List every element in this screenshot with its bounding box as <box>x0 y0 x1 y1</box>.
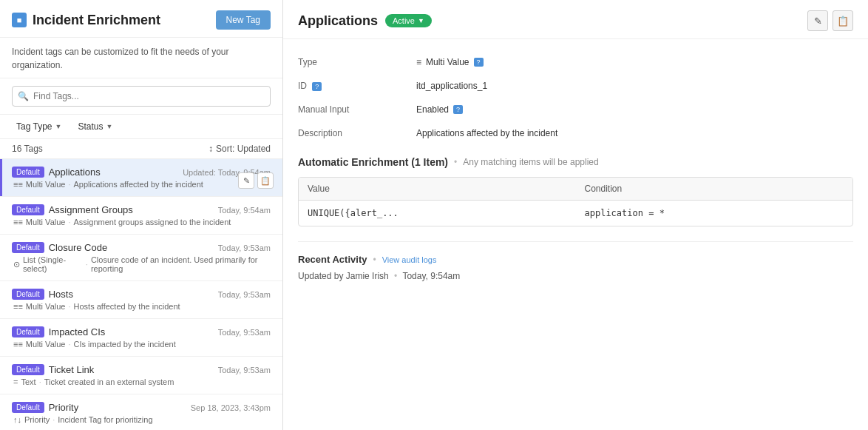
panel-title-group: ■ Incident Enrichment <box>12 13 160 28</box>
enrichment-condition-cell: application = * <box>576 201 853 226</box>
tag-name: Assignment Groups <box>49 204 133 215</box>
tag-timestamp: Today, 9:53am <box>218 290 271 299</box>
tag-edit-button[interactable]: ✎ <box>238 172 254 189</box>
tag-desc: ≡≡ Multi Value · Assignment groups assig… <box>12 218 271 226</box>
enrichment-table-header: Value Condition <box>299 178 852 201</box>
tag-item-header: Default Priority Sep 18, 2023, 3:43pm <box>12 402 271 413</box>
description-value: Applications affected by the incident <box>416 125 853 141</box>
field-grid: Type ≡ Multi Value ? ID ? itd_applicatio… <box>298 54 853 141</box>
tags-header: 16 Tags ↕ Sort: Updated <box>0 139 282 159</box>
search-wrap: 🔍 <box>12 86 271 107</box>
tag-type-label: List (Single-select) <box>23 255 83 273</box>
right-header-actions: ✎ 📋 <box>807 10 853 31</box>
right-panel: Applications Active ▼ ✎ 📋 Type ≡ Multi V… <box>283 0 868 430</box>
active-indicator <box>0 357 2 394</box>
activity-entry: Updated by Jamie Irish • Today, 9:54am <box>298 271 853 281</box>
default-badge: Default <box>12 402 44 413</box>
tag-description: Closure code of an incident. Used primar… <box>91 255 271 273</box>
tag-desc-dot: · <box>68 218 70 226</box>
status-badge: Active ▼ <box>385 14 432 27</box>
active-indicator <box>0 281 2 318</box>
list-item[interactable]: Default Impacted CIs Today, 9:53am ≡≡ Mu… <box>0 319 282 357</box>
sort-button[interactable]: ↕ Sort: Updated <box>208 144 271 154</box>
manual-input-help-badge[interactable]: ? <box>453 105 463 114</box>
id-value: itd_applications_1 <box>416 78 853 94</box>
manual-input-label: Manual Input <box>298 101 416 118</box>
tag-desc-dot: · <box>86 260 88 269</box>
tag-item-header: Default Assignment Groups Today, 9:54am <box>12 204 271 215</box>
tag-type-label: Multi Value <box>26 340 66 349</box>
tag-description: Assignment groups assigned to the incide… <box>74 218 231 226</box>
id-help-badge[interactable]: ? <box>312 82 322 91</box>
default-badge: Default <box>12 364 44 375</box>
tag-desc: ≡≡ Multi Value · CIs impacted by the inc… <box>12 340 271 349</box>
recent-activity-title: Recent Activity <box>298 254 367 265</box>
list-item[interactable]: Default Ticket Link Today, 9:53am = Text… <box>0 357 282 394</box>
type-value: ≡ Multi Value ? <box>416 54 853 70</box>
default-badge: Default <box>12 326 44 337</box>
tags-list: Default Applications Updated: Today, 9:5… <box>0 159 282 430</box>
tag-type-label: Multi Value <box>26 180 66 189</box>
list-item[interactable]: Default Priority Sep 18, 2023, 3:43pm ↑↓… <box>0 394 282 430</box>
list-item[interactable]: Default Assignment Groups Today, 9:54am … <box>0 197 282 235</box>
chevron-down-icon: ▼ <box>106 123 112 130</box>
tag-item-left: Default Ticket Link <box>12 364 94 375</box>
active-indicator <box>0 235 2 280</box>
list-item[interactable]: Default Applications Updated: Today, 9:5… <box>0 159 282 197</box>
view-audit-link[interactable]: View audit logs <box>382 255 437 264</box>
edit-button[interactable]: ✎ <box>807 10 828 31</box>
tag-description: Incident Tag for prioritizing <box>58 415 152 424</box>
tag-desc: ⊙ List (Single-select) · Closure code of… <box>12 255 271 273</box>
tag-type-icon: ≡≡ <box>13 340 23 349</box>
sort-icon: ↕ <box>208 144 213 154</box>
tag-actions: ✎ 📋 <box>238 172 274 189</box>
tag-name: Impacted CIs <box>49 326 106 337</box>
tag-name: Closure Code <box>49 242 108 253</box>
enrichment-value-cell: UNIQUE({alert_... <box>299 201 576 226</box>
manual-input-value: Enabled ? <box>416 101 853 118</box>
tag-item-left: Default Priority <box>12 402 78 413</box>
value-col-header: Value <box>299 178 576 200</box>
panel-icon-symbol: ■ <box>17 16 22 24</box>
list-item[interactable]: Default Hosts Today, 9:53am ≡≡ Multi Val… <box>0 281 282 319</box>
tag-timestamp: Sep 18, 2023, 3:43pm <box>191 403 271 412</box>
tag-type-icon: ↑↓ <box>13 415 21 424</box>
list-item[interactable]: Default Closure Code Today, 9:53am ⊙ Lis… <box>0 235 282 281</box>
search-input[interactable] <box>12 86 271 107</box>
recent-activity-section: Recent Activity • View audit logs Update… <box>298 254 853 281</box>
right-header: Applications Active ▼ ✎ 📋 <box>283 0 868 39</box>
tag-timestamp: Today, 9:53am <box>218 243 271 252</box>
tag-type-icon: ⊙ <box>13 260 20 269</box>
tag-description: Applications affected by the incident <box>74 180 203 189</box>
tag-desc: ↑↓ Priority · Incident Tag for prioritiz… <box>12 415 271 424</box>
tag-type-label: Multi Value <box>26 218 66 226</box>
tag-description: Hosts affected by the incident <box>74 302 180 311</box>
search-bar: 🔍 <box>0 78 282 115</box>
tag-type-icon: ≡≡ <box>13 302 23 311</box>
default-badge: Default <box>12 289 44 300</box>
multi-value-icon: ≡ <box>416 57 421 67</box>
enrichment-subtitle: Any matching items will be applied <box>463 157 598 167</box>
filters-row: Tag Type ▼ Status ▼ <box>0 115 282 139</box>
tag-type-icon: = <box>13 377 18 386</box>
enrichment-dot: • <box>454 157 457 167</box>
tag-item-header: Default Applications Updated: Today, 9:5… <box>12 167 271 178</box>
divider <box>298 241 853 242</box>
tag-timestamp: Today, 9:53am <box>218 366 271 374</box>
active-indicator <box>0 197 2 234</box>
new-tag-button[interactable]: New Tag <box>216 10 271 30</box>
type-help-badge[interactable]: ? <box>474 58 484 67</box>
right-content: Type ≡ Multi Value ? ID ? itd_applicatio… <box>283 39 868 430</box>
description-label: Description <box>298 125 416 141</box>
tag-copy-button[interactable]: 📋 <box>257 172 274 189</box>
tag-type-icon: ≡≡ <box>13 180 23 189</box>
copy-button[interactable]: 📋 <box>833 10 853 31</box>
tag-type-label: Text <box>21 377 35 386</box>
tag-description: Ticket created in an external system <box>44 377 174 386</box>
tag-type-filter[interactable]: Tag Type ▼ <box>12 119 66 134</box>
tag-type-label: Priority <box>24 415 50 424</box>
status-filter[interactable]: Status ▼ <box>73 119 117 134</box>
tag-desc-dot: · <box>52 415 55 424</box>
id-label: ID ? <box>298 78 416 94</box>
recent-activity-header: Recent Activity • View audit logs <box>298 254 853 265</box>
